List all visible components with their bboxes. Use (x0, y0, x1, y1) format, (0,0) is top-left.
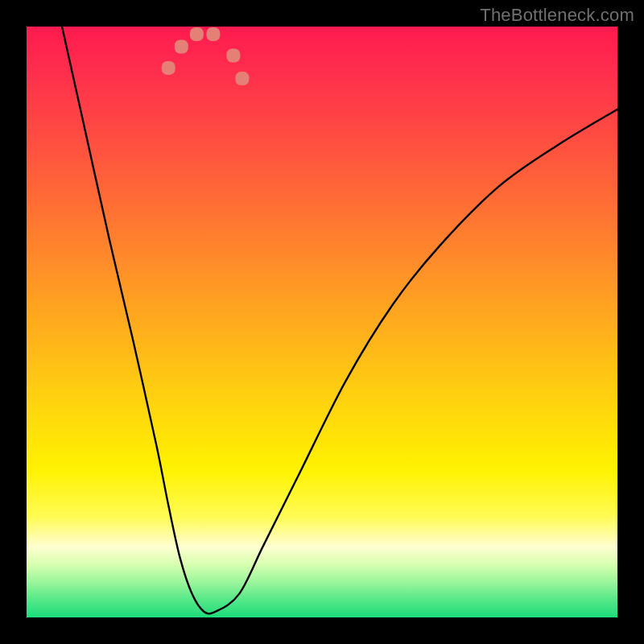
curve-marker (175, 40, 188, 54)
chart-plot-area (27, 27, 617, 617)
curve-marker (162, 61, 175, 75)
curve-marker (190, 27, 204, 41)
curve-marker (206, 27, 220, 41)
curve-marker (226, 49, 240, 63)
bottleneck-curve (27, 27, 617, 617)
curve-marker (235, 72, 249, 85)
watermark-text: TheBottleneck.com (480, 5, 634, 26)
